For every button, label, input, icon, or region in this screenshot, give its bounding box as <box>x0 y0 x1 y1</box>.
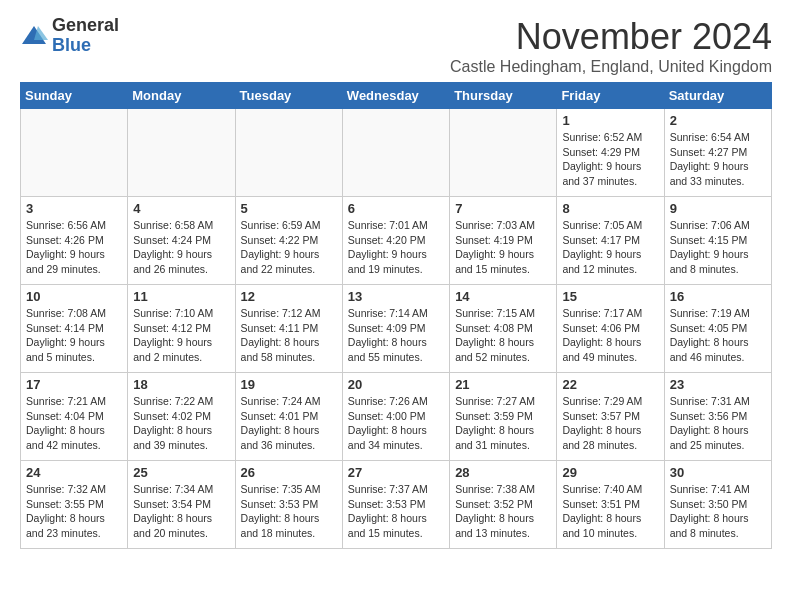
day-number: 20 <box>348 377 444 392</box>
calendar-cell: 14Sunrise: 7:15 AM Sunset: 4:08 PM Dayli… <box>450 285 557 373</box>
day-info: Sunrise: 7:15 AM Sunset: 4:08 PM Dayligh… <box>455 306 551 365</box>
day-info: Sunrise: 7:27 AM Sunset: 3:59 PM Dayligh… <box>455 394 551 453</box>
calendar-cell: 10Sunrise: 7:08 AM Sunset: 4:14 PM Dayli… <box>21 285 128 373</box>
calendar-cell: 16Sunrise: 7:19 AM Sunset: 4:05 PM Dayli… <box>664 285 771 373</box>
calendar-cell <box>21 109 128 197</box>
calendar-cell: 21Sunrise: 7:27 AM Sunset: 3:59 PM Dayli… <box>450 373 557 461</box>
calendar-header-row: SundayMondayTuesdayWednesdayThursdayFrid… <box>21 83 772 109</box>
day-info: Sunrise: 7:06 AM Sunset: 4:15 PM Dayligh… <box>670 218 766 277</box>
calendar-cell: 24Sunrise: 7:32 AM Sunset: 3:55 PM Dayli… <box>21 461 128 549</box>
day-info: Sunrise: 7:03 AM Sunset: 4:19 PM Dayligh… <box>455 218 551 277</box>
day-number: 15 <box>562 289 658 304</box>
day-header-friday: Friday <box>557 83 664 109</box>
day-number: 17 <box>26 377 122 392</box>
logo-general-text: General <box>52 16 119 36</box>
day-info: Sunrise: 7:29 AM Sunset: 3:57 PM Dayligh… <box>562 394 658 453</box>
day-info: Sunrise: 7:38 AM Sunset: 3:52 PM Dayligh… <box>455 482 551 541</box>
day-number: 6 <box>348 201 444 216</box>
day-header-thursday: Thursday <box>450 83 557 109</box>
calendar-cell: 27Sunrise: 7:37 AM Sunset: 3:53 PM Dayli… <box>342 461 449 549</box>
week-row-1: 1Sunrise: 6:52 AM Sunset: 4:29 PM Daylig… <box>21 109 772 197</box>
day-header-tuesday: Tuesday <box>235 83 342 109</box>
day-info: Sunrise: 7:21 AM Sunset: 4:04 PM Dayligh… <box>26 394 122 453</box>
day-info: Sunrise: 7:12 AM Sunset: 4:11 PM Dayligh… <box>241 306 337 365</box>
calendar-cell: 6Sunrise: 7:01 AM Sunset: 4:20 PM Daylig… <box>342 197 449 285</box>
title-block: November 2024 Castle Hedingham, England,… <box>450 16 772 76</box>
day-number: 1 <box>562 113 658 128</box>
day-info: Sunrise: 6:56 AM Sunset: 4:26 PM Dayligh… <box>26 218 122 277</box>
week-row-4: 17Sunrise: 7:21 AM Sunset: 4:04 PM Dayli… <box>21 373 772 461</box>
day-number: 18 <box>133 377 229 392</box>
day-number: 22 <box>562 377 658 392</box>
calendar-cell <box>342 109 449 197</box>
calendar-cell: 23Sunrise: 7:31 AM Sunset: 3:56 PM Dayli… <box>664 373 771 461</box>
day-number: 28 <box>455 465 551 480</box>
calendar-cell: 9Sunrise: 7:06 AM Sunset: 4:15 PM Daylig… <box>664 197 771 285</box>
calendar-cell: 30Sunrise: 7:41 AM Sunset: 3:50 PM Dayli… <box>664 461 771 549</box>
calendar-cell: 12Sunrise: 7:12 AM Sunset: 4:11 PM Dayli… <box>235 285 342 373</box>
day-number: 2 <box>670 113 766 128</box>
day-number: 14 <box>455 289 551 304</box>
day-number: 30 <box>670 465 766 480</box>
calendar-cell <box>128 109 235 197</box>
calendar-cell <box>450 109 557 197</box>
logo-blue-text: Blue <box>52 36 119 56</box>
day-info: Sunrise: 7:26 AM Sunset: 4:00 PM Dayligh… <box>348 394 444 453</box>
day-number: 23 <box>670 377 766 392</box>
day-info: Sunrise: 7:19 AM Sunset: 4:05 PM Dayligh… <box>670 306 766 365</box>
calendar-cell: 17Sunrise: 7:21 AM Sunset: 4:04 PM Dayli… <box>21 373 128 461</box>
day-info: Sunrise: 7:05 AM Sunset: 4:17 PM Dayligh… <box>562 218 658 277</box>
day-number: 11 <box>133 289 229 304</box>
day-info: Sunrise: 7:08 AM Sunset: 4:14 PM Dayligh… <box>26 306 122 365</box>
day-info: Sunrise: 6:52 AM Sunset: 4:29 PM Dayligh… <box>562 130 658 189</box>
day-number: 9 <box>670 201 766 216</box>
day-info: Sunrise: 7:35 AM Sunset: 3:53 PM Dayligh… <box>241 482 337 541</box>
calendar-cell: 29Sunrise: 7:40 AM Sunset: 3:51 PM Dayli… <box>557 461 664 549</box>
day-info: Sunrise: 6:54 AM Sunset: 4:27 PM Dayligh… <box>670 130 766 189</box>
calendar-cell: 3Sunrise: 6:56 AM Sunset: 4:26 PM Daylig… <box>21 197 128 285</box>
page-header: General Blue November 2024 Castle Heding… <box>20 16 772 76</box>
calendar-cell: 19Sunrise: 7:24 AM Sunset: 4:01 PM Dayli… <box>235 373 342 461</box>
day-number: 16 <box>670 289 766 304</box>
day-number: 27 <box>348 465 444 480</box>
day-number: 19 <box>241 377 337 392</box>
day-info: Sunrise: 7:24 AM Sunset: 4:01 PM Dayligh… <box>241 394 337 453</box>
calendar-cell: 28Sunrise: 7:38 AM Sunset: 3:52 PM Dayli… <box>450 461 557 549</box>
day-info: Sunrise: 7:10 AM Sunset: 4:12 PM Dayligh… <box>133 306 229 365</box>
calendar-cell: 2Sunrise: 6:54 AM Sunset: 4:27 PM Daylig… <box>664 109 771 197</box>
calendar-cell: 25Sunrise: 7:34 AM Sunset: 3:54 PM Dayli… <box>128 461 235 549</box>
logo-text: General Blue <box>52 16 119 56</box>
day-header-wednesday: Wednesday <box>342 83 449 109</box>
day-info: Sunrise: 7:37 AM Sunset: 3:53 PM Dayligh… <box>348 482 444 541</box>
day-header-monday: Monday <box>128 83 235 109</box>
day-number: 10 <box>26 289 122 304</box>
day-info: Sunrise: 7:34 AM Sunset: 3:54 PM Dayligh… <box>133 482 229 541</box>
calendar-cell: 18Sunrise: 7:22 AM Sunset: 4:02 PM Dayli… <box>128 373 235 461</box>
day-number: 4 <box>133 201 229 216</box>
day-number: 25 <box>133 465 229 480</box>
calendar-cell: 1Sunrise: 6:52 AM Sunset: 4:29 PM Daylig… <box>557 109 664 197</box>
logo: General Blue <box>20 16 119 56</box>
day-info: Sunrise: 7:32 AM Sunset: 3:55 PM Dayligh… <box>26 482 122 541</box>
day-info: Sunrise: 7:17 AM Sunset: 4:06 PM Dayligh… <box>562 306 658 365</box>
location-title: Castle Hedingham, England, United Kingdo… <box>450 58 772 76</box>
week-row-2: 3Sunrise: 6:56 AM Sunset: 4:26 PM Daylig… <box>21 197 772 285</box>
day-number: 26 <box>241 465 337 480</box>
calendar-table: SundayMondayTuesdayWednesdayThursdayFrid… <box>20 82 772 549</box>
svg-marker-1 <box>34 26 48 40</box>
day-info: Sunrise: 6:58 AM Sunset: 4:24 PM Dayligh… <box>133 218 229 277</box>
day-number: 8 <box>562 201 658 216</box>
day-info: Sunrise: 6:59 AM Sunset: 4:22 PM Dayligh… <box>241 218 337 277</box>
day-number: 12 <box>241 289 337 304</box>
day-number: 3 <box>26 201 122 216</box>
calendar-cell: 26Sunrise: 7:35 AM Sunset: 3:53 PM Dayli… <box>235 461 342 549</box>
calendar-cell: 5Sunrise: 6:59 AM Sunset: 4:22 PM Daylig… <box>235 197 342 285</box>
day-number: 7 <box>455 201 551 216</box>
day-number: 5 <box>241 201 337 216</box>
calendar-cell: 15Sunrise: 7:17 AM Sunset: 4:06 PM Dayli… <box>557 285 664 373</box>
day-info: Sunrise: 7:31 AM Sunset: 3:56 PM Dayligh… <box>670 394 766 453</box>
logo-icon <box>20 22 48 50</box>
day-info: Sunrise: 7:41 AM Sunset: 3:50 PM Dayligh… <box>670 482 766 541</box>
calendar-cell: 8Sunrise: 7:05 AM Sunset: 4:17 PM Daylig… <box>557 197 664 285</box>
day-number: 24 <box>26 465 122 480</box>
